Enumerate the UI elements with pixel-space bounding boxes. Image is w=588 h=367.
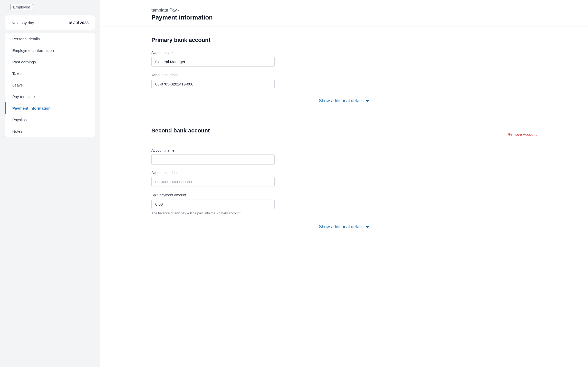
primary-chevron-down-icon — [366, 100, 369, 102]
balance-note: The balance of any pay will be paid into… — [151, 211, 275, 215]
next-pay-day-card: Next pay day 18 Jul 2023 — [5, 15, 95, 30]
second-account-name-group: Account name — [151, 148, 537, 165]
sidebar: Employee Next pay day 18 Jul 2023 Person… — [0, 0, 100, 367]
sidebar-item-personal-details[interactable]: Personal details — [5, 33, 95, 45]
second-bank-account-title-row: Second bank account Remove Account — [151, 127, 537, 141]
second-account-number-label: Account number — [151, 171, 537, 175]
second-bank-account-section: Second bank account Remove Account Accou… — [100, 117, 588, 243]
second-account-number-input[interactable] — [151, 177, 275, 187]
page-header-section: template Pay - Payment information — [100, 0, 588, 26]
next-pay-day-value: 18 Jul 2023 — [68, 21, 89, 25]
sidebar-item-leave[interactable]: Leave — [5, 79, 95, 91]
split-payment-label: Split payment amount — [151, 193, 537, 197]
second-account-name-label: Account name — [151, 148, 537, 152]
split-payment-group: Split payment amount The balance of any … — [151, 193, 537, 215]
payment-information-heading: Payment information — [151, 14, 537, 21]
primary-account-number-label: Account number — [151, 73, 537, 77]
primary-show-additional-details-button[interactable]: Show additional details — [319, 98, 369, 103]
second-chevron-down-icon — [366, 226, 369, 228]
next-pay-day-label: Next pay day — [12, 21, 34, 25]
primary-account-number-input[interactable] — [151, 79, 275, 89]
split-payment-input[interactable] — [151, 199, 275, 209]
primary-account-number-group: Account number — [151, 73, 537, 89]
primary-account-name-group: Account name — [151, 51, 537, 67]
primary-show-additional-details[interactable]: Show additional details — [151, 95, 537, 107]
sidebar-item-taxes[interactable]: Taxes — [5, 68, 95, 79]
sidebar-item-employment-information[interactable]: Employment information — [5, 45, 95, 56]
second-account-number-group: Account number — [151, 171, 537, 187]
second-bank-account-title: Second bank account — [151, 127, 210, 134]
second-show-additional-details[interactable]: Show additional details — [151, 221, 537, 233]
remove-account-button[interactable]: Remove Account — [508, 132, 537, 137]
primary-bank-account-section: Primary bank account Account name Accoun… — [100, 26, 588, 117]
second-show-additional-details-button[interactable]: Show additional details — [319, 224, 369, 229]
sidebar-item-pay-template[interactable]: Pay template — [5, 91, 95, 102]
primary-account-name-label: Account name — [151, 51, 537, 55]
employee-badge: Employee — [10, 4, 33, 10]
main-content: template Pay - Payment information Prima… — [100, 0, 588, 367]
primary-account-name-input[interactable] — [151, 57, 275, 67]
sidebar-item-notes[interactable]: Notes — [5, 125, 95, 137]
primary-bank-account-title: Primary bank account — [151, 37, 537, 43]
second-account-name-input[interactable] — [151, 154, 275, 165]
primary-show-additional-details-label: Show additional details — [319, 98, 364, 103]
sidebar-item-payslips[interactable]: Payslips — [5, 114, 95, 125]
pay-template-label: template Pay - — [151, 8, 537, 13]
sidebar-nav: Personal details Employment information … — [5, 33, 95, 137]
sidebar-item-payment-information[interactable]: Payment information — [5, 102, 95, 114]
sidebar-item-past-earnings[interactable]: Past earnings — [5, 56, 95, 68]
second-show-additional-details-label: Show additional details — [319, 224, 364, 229]
